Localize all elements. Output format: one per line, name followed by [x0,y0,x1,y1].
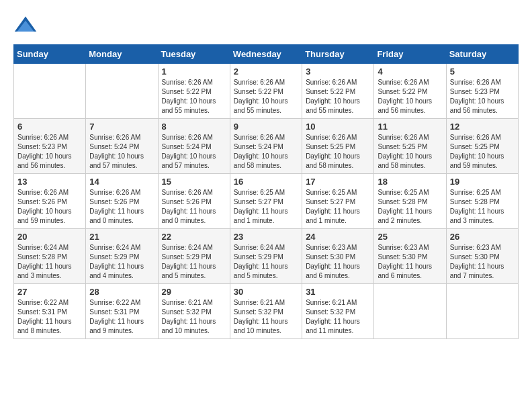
day-info: Sunrise: 6:24 AM Sunset: 5:29 PM Dayligh… [234,243,298,281]
weekday-header-tuesday: Tuesday [158,45,230,64]
day-info: Sunrise: 6:25 AM Sunset: 5:28 PM Dayligh… [378,188,442,226]
calendar-cell: 29Sunrise: 6:21 AM Sunset: 5:32 PM Dayli… [158,284,230,339]
day-info: Sunrise: 6:23 AM Sunset: 5:30 PM Dayligh… [450,243,515,281]
calendar-cell: 17Sunrise: 6:25 AM Sunset: 5:27 PM Dayli… [302,174,374,229]
day-info: Sunrise: 6:26 AM Sunset: 5:26 PM Dayligh… [162,188,226,226]
day-number: 27 [17,287,82,297]
weekday-header-wednesday: Wednesday [230,45,302,64]
calendar-cell: 22Sunrise: 6:24 AM Sunset: 5:29 PM Dayli… [158,229,230,284]
day-info: Sunrise: 6:26 AM Sunset: 5:23 PM Dayligh… [17,133,82,171]
calendar-header: SundayMondayTuesdayWednesdayThursdayFrid… [14,45,519,64]
day-info: Sunrise: 6:26 AM Sunset: 5:26 PM Dayligh… [89,188,154,226]
calendar-cell: 8Sunrise: 6:26 AM Sunset: 5:24 PM Daylig… [158,119,230,174]
day-number: 1 [162,66,226,77]
calendar-cell: 9Sunrise: 6:26 AM Sunset: 5:24 PM Daylig… [230,119,302,174]
calendar-cell: 15Sunrise: 6:26 AM Sunset: 5:26 PM Dayli… [158,174,230,229]
calendar-cell: 18Sunrise: 6:25 AM Sunset: 5:28 PM Dayli… [374,174,446,229]
day-number: 22 [162,232,226,242]
calendar-cell: 7Sunrise: 6:26 AM Sunset: 5:24 PM Daylig… [86,119,158,174]
day-info: Sunrise: 6:22 AM Sunset: 5:31 PM Dayligh… [17,298,82,336]
weekday-header-saturday: Saturday [446,45,518,64]
calendar-cell: 13Sunrise: 6:26 AM Sunset: 5:26 PM Dayli… [14,174,86,229]
day-number: 30 [234,287,298,297]
day-number: 26 [450,232,515,242]
calendar-week-2: 6Sunrise: 6:26 AM Sunset: 5:23 PM Daylig… [14,119,519,174]
day-info: Sunrise: 6:23 AM Sunset: 5:30 PM Dayligh… [306,243,370,281]
calendar-cell: 11Sunrise: 6:26 AM Sunset: 5:25 PM Dayli… [374,119,446,174]
calendar-cell: 21Sunrise: 6:24 AM Sunset: 5:29 PM Dayli… [86,229,158,284]
calendar-cell: 24Sunrise: 6:23 AM Sunset: 5:30 PM Dayli… [302,229,374,284]
day-number: 14 [89,177,154,187]
day-info: Sunrise: 6:26 AM Sunset: 5:24 PM Dayligh… [234,133,298,171]
calendar-cell [446,284,518,339]
calendar-cell: 23Sunrise: 6:24 AM Sunset: 5:29 PM Dayli… [230,229,302,284]
day-number: 24 [306,232,370,242]
day-number: 28 [89,287,154,297]
day-info: Sunrise: 6:21 AM Sunset: 5:32 PM Dayligh… [162,298,226,336]
calendar-cell: 1Sunrise: 6:26 AM Sunset: 5:22 PM Daylig… [158,64,230,119]
day-info: Sunrise: 6:23 AM Sunset: 5:30 PM Dayligh… [378,243,442,281]
calendar-cell: 5Sunrise: 6:26 AM Sunset: 5:23 PM Daylig… [446,64,518,119]
calendar-cell: 12Sunrise: 6:26 AM Sunset: 5:25 PM Dayli… [446,119,518,174]
weekday-header-monday: Monday [86,45,158,64]
day-info: Sunrise: 6:26 AM Sunset: 5:22 PM Dayligh… [306,78,370,116]
weekday-header-friday: Friday [374,45,446,64]
calendar-cell: 16Sunrise: 6:25 AM Sunset: 5:27 PM Dayli… [230,174,302,229]
calendar-cell: 4Sunrise: 6:26 AM Sunset: 5:22 PM Daylig… [374,64,446,119]
day-info: Sunrise: 6:22 AM Sunset: 5:31 PM Dayligh… [89,298,154,336]
calendar-week-4: 20Sunrise: 6:24 AM Sunset: 5:28 PM Dayli… [14,229,519,284]
day-number: 12 [450,122,515,132]
day-number: 29 [162,287,226,297]
weekday-header-thursday: Thursday [302,45,374,64]
day-info: Sunrise: 6:25 AM Sunset: 5:27 PM Dayligh… [234,188,298,226]
day-info: Sunrise: 6:26 AM Sunset: 5:24 PM Dayligh… [89,133,154,171]
calendar-cell [14,64,86,119]
day-number: 16 [234,177,298,187]
day-info: Sunrise: 6:26 AM Sunset: 5:25 PM Dayligh… [306,133,370,171]
day-number: 9 [234,122,298,132]
calendar-week-5: 27Sunrise: 6:22 AM Sunset: 5:31 PM Dayli… [14,284,519,339]
calendar-cell: 25Sunrise: 6:23 AM Sunset: 5:30 PM Dayli… [374,229,446,284]
day-number: 3 [306,66,370,77]
calendar-table: SundayMondayTuesdayWednesdayThursdayFrid… [13,44,519,339]
day-number: 5 [450,66,515,77]
calendar-cell: 10Sunrise: 6:26 AM Sunset: 5:25 PM Dayli… [302,119,374,174]
calendar-cell: 14Sunrise: 6:26 AM Sunset: 5:26 PM Dayli… [86,174,158,229]
calendar-cell: 2Sunrise: 6:26 AM Sunset: 5:22 PM Daylig… [230,64,302,119]
calendar-cell: 26Sunrise: 6:23 AM Sunset: 5:30 PM Dayli… [446,229,518,284]
calendar-week-3: 13Sunrise: 6:26 AM Sunset: 5:26 PM Dayli… [14,174,519,229]
calendar-week-1: 1Sunrise: 6:26 AM Sunset: 5:22 PM Daylig… [14,64,519,119]
day-info: Sunrise: 6:24 AM Sunset: 5:29 PM Dayligh… [162,243,226,281]
day-number: 20 [17,232,82,242]
day-number: 11 [378,122,442,132]
day-number: 23 [234,232,298,242]
day-number: 7 [89,122,154,132]
day-info: Sunrise: 6:26 AM Sunset: 5:23 PM Dayligh… [450,78,515,116]
day-number: 17 [306,177,370,187]
day-number: 13 [17,177,82,187]
day-info: Sunrise: 6:25 AM Sunset: 5:27 PM Dayligh… [306,188,370,226]
day-number: 18 [378,177,442,187]
calendar-cell: 6Sunrise: 6:26 AM Sunset: 5:23 PM Daylig… [14,119,86,174]
calendar-cell: 30Sunrise: 6:21 AM Sunset: 5:32 PM Dayli… [230,284,302,339]
day-info: Sunrise: 6:21 AM Sunset: 5:32 PM Dayligh… [306,298,370,336]
calendar-cell: 27Sunrise: 6:22 AM Sunset: 5:31 PM Dayli… [14,284,86,339]
day-info: Sunrise: 6:26 AM Sunset: 5:25 PM Dayligh… [378,133,442,171]
day-number: 21 [89,232,154,242]
day-number: 4 [378,66,442,77]
day-number: 31 [306,287,370,297]
calendar-cell [374,284,446,339]
day-number: 8 [162,122,226,132]
day-info: Sunrise: 6:24 AM Sunset: 5:28 PM Dayligh… [17,243,82,281]
calendar-cell: 28Sunrise: 6:22 AM Sunset: 5:31 PM Dayli… [86,284,158,339]
day-number: 15 [162,177,226,187]
calendar-body: 1Sunrise: 6:26 AM Sunset: 5:22 PM Daylig… [14,64,519,339]
day-info: Sunrise: 6:21 AM Sunset: 5:32 PM Dayligh… [234,298,298,336]
day-number: 6 [17,122,82,132]
day-info: Sunrise: 6:26 AM Sunset: 5:22 PM Dayligh… [234,78,298,116]
day-info: Sunrise: 6:24 AM Sunset: 5:29 PM Dayligh… [89,243,154,281]
calendar-cell: 31Sunrise: 6:21 AM Sunset: 5:32 PM Dayli… [302,284,374,339]
day-number: 25 [378,232,442,242]
day-info: Sunrise: 6:25 AM Sunset: 5:28 PM Dayligh… [450,188,515,226]
weekday-header-sunday: Sunday [14,45,86,64]
